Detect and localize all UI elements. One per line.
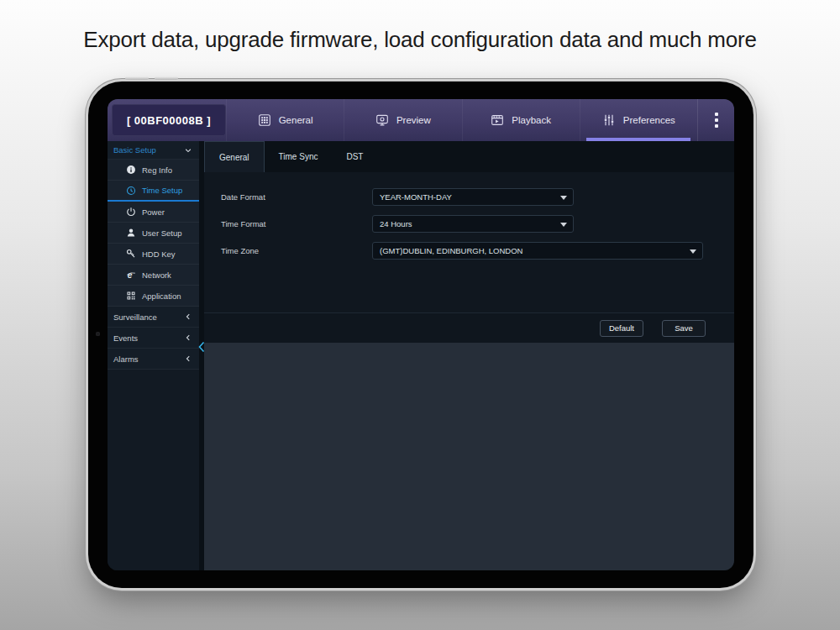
sidebar-group-label: Surveillance: [113, 312, 157, 322]
form-row-date-format: Date Format YEAR-MONTH-DAY: [204, 188, 734, 206]
chevron-left-icon: [184, 333, 192, 342]
sidebar-item-user-setup[interactable]: User Setup: [108, 223, 199, 244]
sidebar-collapse-strip: [199, 141, 204, 570]
nav-tab-preview[interactable]: Preview: [344, 99, 461, 141]
dot: [715, 124, 718, 128]
sidebar-group-label: Basic Setup: [113, 145, 156, 155]
sidebar-item-application[interactable]: Application: [108, 286, 199, 307]
nav-tab-label: General: [279, 115, 313, 125]
preferences-icon: [602, 113, 616, 127]
dot: [715, 113, 718, 116]
sidebar-item-hdd-key[interactable]: HDD Key: [108, 244, 199, 265]
content-tabbar: General Time Sync DST: [204, 141, 734, 172]
nav-tab-label: Preferences: [623, 115, 675, 125]
time-format-label: Time Format: [204, 215, 372, 233]
sidebar-group-basic-setup[interactable]: Basic Setup: [108, 141, 199, 160]
application-icon: [126, 291, 136, 301]
general-icon: [258, 113, 271, 127]
sidebar-group-events[interactable]: Events: [108, 328, 199, 349]
save-button[interactable]: Save: [662, 320, 706, 337]
action-button-strip: Default Save: [204, 313, 734, 343]
page-headline: Export data, upgrade firmware, load conf…: [0, 27, 840, 53]
time-zone-label: Time Zone: [204, 242, 372, 260]
info-icon: [126, 165, 136, 175]
sidebar-collapse-handle[interactable]: [197, 341, 206, 353]
nav-tab-general[interactable]: General: [226, 99, 344, 141]
sidebar-item-label: Application: [142, 291, 181, 301]
date-format-label: Date Format: [204, 188, 372, 206]
dot: [715, 118, 718, 122]
content-tab-time-sync[interactable]: Time Sync: [265, 141, 333, 172]
content-empty-area: [204, 343, 734, 570]
sidebar-filler: [108, 370, 199, 570]
more-menu-button[interactable]: [697, 99, 734, 141]
caret-down-icon: [560, 196, 567, 200]
preview-icon: [375, 113, 389, 127]
svg-text:e: e: [128, 270, 133, 280]
key-icon: [126, 249, 136, 259]
nav-tab-label: Preview: [396, 115, 431, 125]
default-button[interactable]: Default: [600, 320, 643, 337]
main-content: General Time Sync DST Date Format YEAR-M…: [204, 141, 734, 570]
sidebar-item-label: Time Setup: [142, 186, 182, 195]
content-tab-general[interactable]: General: [204, 141, 265, 173]
sidebar-item-reg-info[interactable]: Reg Info: [108, 160, 199, 181]
playback-icon: [491, 113, 504, 127]
caret-down-icon: [560, 223, 567, 227]
tablet-frame: [ 00BF00008B ] General: [88, 81, 753, 588]
network-icon: e: [126, 270, 136, 280]
sidebar-item-label: Reg Info: [142, 165, 172, 175]
sidebar-item-time-setup[interactable]: Time Setup: [108, 181, 199, 202]
app-body: Basic Setup Reg Info Time Setup: [108, 141, 734, 570]
nav-tab-preferences[interactable]: Preferences: [580, 99, 697, 141]
caret-down-icon: [690, 249, 696, 254]
chevron-down-icon: [184, 146, 192, 155]
form-row-time-format: Time Format 24 Hours: [204, 215, 734, 233]
time-format-value: 24 Hours: [380, 219, 412, 228]
front-camera: [96, 332, 100, 336]
app-screen: [ 00BF00008B ] General: [108, 99, 734, 570]
time-format-select[interactable]: 24 Hours: [372, 215, 574, 233]
sidebar-item-network[interactable]: e Network: [108, 265, 199, 286]
nav-tabs: General Preview: [226, 99, 697, 141]
sidebar-item-label: Network: [142, 270, 171, 280]
sidebar-group-alarms[interactable]: Alarms: [108, 349, 199, 370]
power-icon: [126, 207, 136, 217]
sidebar-item-label: User Setup: [142, 228, 182, 238]
volume-down-button: [155, 76, 178, 80]
clock-icon: [126, 186, 136, 196]
sidebar-item-power[interactable]: Power: [108, 202, 199, 223]
date-format-value: YEAR-MONTH-DAY: [380, 192, 452, 202]
active-tab-underline: [586, 138, 690, 141]
top-navbar: [ 00BF00008B ] General: [108, 99, 734, 141]
nav-tab-label: Playback: [512, 115, 551, 125]
content-tab-dst[interactable]: DST: [332, 141, 377, 172]
sidebar-group-label: Events: [113, 333, 138, 343]
date-format-select[interactable]: YEAR-MONTH-DAY: [372, 188, 574, 206]
user-icon: [126, 228, 136, 238]
form-row-time-zone: Time Zone (GMT)DUBLIN, EDINBURGH, LONDON: [204, 242, 734, 260]
volume-up-button: [125, 76, 149, 80]
sidebar-group-label: Alarms: [113, 354, 139, 364]
time-setup-form: Date Format YEAR-MONTH-DAY Time Format 2…: [204, 172, 734, 312]
time-zone-select[interactable]: (GMT)DUBLIN, EDINBURGH, LONDON: [372, 242, 703, 260]
sidebar: Basic Setup Reg Info Time Setup: [108, 141, 199, 570]
sidebar-item-label: Power: [142, 207, 165, 217]
time-zone-value: (GMT)DUBLIN, EDINBURGH, LONDON: [380, 246, 522, 255]
chevron-left-icon: [184, 354, 192, 363]
nav-tab-playback[interactable]: Playback: [462, 99, 580, 141]
sidebar-group-surveillance[interactable]: Surveillance: [108, 307, 199, 328]
device-id-badge: [ 00BF00008B ]: [112, 104, 226, 136]
chevron-left-icon: [184, 312, 192, 321]
sidebar-item-label: HDD Key: [142, 249, 176, 259]
